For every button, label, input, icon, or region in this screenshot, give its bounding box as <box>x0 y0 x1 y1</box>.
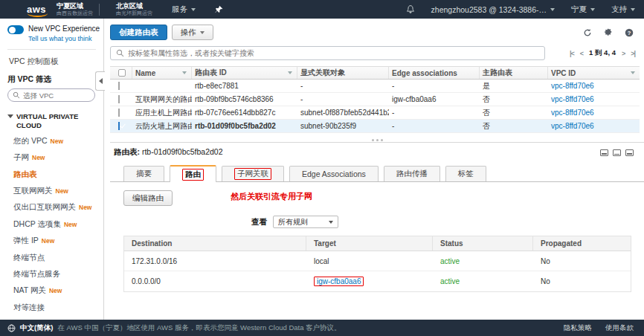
igw-target-link[interactable]: igw-cfba0aa6 <box>314 277 364 286</box>
sidebar-item-dhcp-option-sets[interactable]: DHCP 选项集New <box>7 216 103 233</box>
panel-split-divider[interactable] <box>110 142 644 143</box>
refresh-icon[interactable] <box>583 28 592 37</box>
sidebar-item-nat-gateways[interactable]: NAT 网关New <box>7 282 103 299</box>
vpc-search-input[interactable] <box>23 91 87 100</box>
new-vpc-experience-toggle[interactable] <box>7 25 24 34</box>
feedback-link[interactable]: Tell us what you think <box>28 35 103 42</box>
table-header-row: Name 路由表 ID 显式关联对象 Edge associations 主路由… <box>110 66 640 80</box>
help-icon[interactable]: ? <box>625 28 634 37</box>
region-menu[interactable]: 宁夏 <box>571 4 595 15</box>
tag-filter-input[interactable] <box>128 49 539 57</box>
section-virtual-private-cloud[interactable]: VIRTUAL PRIVATE CLOUD <box>7 112 103 130</box>
annotation-box: 路由 <box>182 169 204 181</box>
next-page-icon[interactable]: > <box>622 50 625 57</box>
select-all-checkbox[interactable] <box>118 69 126 77</box>
tab-tags[interactable]: 标签 <box>445 166 486 181</box>
col-header-route-table-id[interactable]: 路由表 ID <box>192 67 297 79</box>
sidebar-item-egress-only-gateways[interactable]: 仅出口互联网网关New <box>7 199 103 216</box>
panel-layout-split-icon[interactable] <box>613 149 621 156</box>
gear-icon[interactable] <box>604 28 613 37</box>
new-badge: New <box>32 154 45 161</box>
view-filter-row: 查看 所有规则 <box>251 216 644 228</box>
tab-edge-associations[interactable]: Edge Associations <box>289 166 379 181</box>
services-menu-label: 服务 <box>172 4 187 15</box>
pin-icon[interactable] <box>215 5 223 13</box>
actions-button-label: 操作 <box>181 28 196 38</box>
aws-logo[interactable]: aws <box>27 4 46 15</box>
vpc-link[interactable]: vpc-8ffd70e6 <box>551 95 594 103</box>
caret-down-icon <box>550 8 555 11</box>
sort-icon <box>288 71 292 74</box>
sidebar-item-route-tables[interactable]: 路由表 <box>7 167 103 183</box>
panel-layout-collapse-icon[interactable] <box>625 149 634 156</box>
create-route-table-button[interactable]: 创建路由表 <box>110 25 167 40</box>
tag-filter-search[interactable] <box>110 46 545 60</box>
services-menu[interactable]: 服务 <box>172 4 196 15</box>
first-page-icon[interactable]: |< <box>570 50 574 57</box>
drag-handle-icon[interactable] <box>372 139 383 141</box>
region-primary-title: 宁夏区域 <box>57 3 93 10</box>
filter-row: |< < 1 到 4, 4 > >| <box>110 46 644 60</box>
table-row-selected[interactable]: 云防火墙上网路由 rtb-01d09f0bc5fba2d02 subnet-90… <box>110 120 640 133</box>
toolbar: 创建路由表 操作 ? <box>110 25 644 40</box>
col-header-vpc-id[interactable]: VPC ID <box>548 67 640 79</box>
vpc-link[interactable]: vpc-8ffd70e6 <box>551 82 594 90</box>
table-row[interactable]: rtb-e8ec7881 - - 是 vpc-8ffd70e6 <box>110 80 640 93</box>
actions-button[interactable]: 操作 <box>172 25 213 40</box>
terms-of-use-link[interactable]: 使用条款 <box>605 323 634 333</box>
sidebar-item-subnets[interactable]: 子网New <box>7 149 103 166</box>
view-select-value: 所有规则 <box>278 217 308 227</box>
col-header-edge-assoc[interactable]: Edge associations <box>389 67 480 79</box>
search-icon <box>13 91 20 99</box>
col-header-name[interactable]: Name <box>132 67 192 79</box>
panel-layout-icons <box>600 149 634 156</box>
notifications-bell[interactable] <box>406 4 415 14</box>
table-row[interactable]: 应用主机上网路由 rtb-07c76ee614dbb827c subnet-0f… <box>110 106 640 120</box>
annotation-box: 子网关联 <box>234 168 271 180</box>
sidebar-item-elastic-ips[interactable]: 弹性 IPNew <box>7 233 103 249</box>
row-checkbox[interactable] <box>118 95 120 103</box>
language-selector[interactable]: 中文(简体) <box>20 323 53 333</box>
col-target: Target <box>306 236 433 251</box>
svg-text:?: ? <box>628 30 631 36</box>
footer-agreement-text: 在 AWS 中国（宁夏）地区使用 AWS 服务，即表示您同意 Western C… <box>57 323 341 333</box>
last-page-icon[interactable]: >| <box>631 50 635 57</box>
sidebar-item-internet-gateways[interactable]: 互联网网关New <box>7 183 103 199</box>
row-checkbox-checked[interactable] <box>118 122 120 130</box>
account-menu[interactable]: zhengzhou2583 @ 1324-3886-… <box>431 5 555 14</box>
vpc-link[interactable]: vpc-8ffd70e6 <box>551 109 594 117</box>
sidebar-item-peering-connections[interactable]: 对等连接 <box>7 300 103 316</box>
view-rules-select[interactable]: 所有规则 <box>273 216 338 228</box>
prev-page-icon[interactable]: < <box>580 50 583 57</box>
vpc-link[interactable]: vpc-8ffd70e6 <box>551 122 594 130</box>
col-destination: Destination <box>124 236 306 251</box>
sidebar-item-endpoint-services[interactable]: 终端节点服务 <box>7 266 103 282</box>
region-primary: 宁夏区域 由西云数据运营 <box>57 3 93 16</box>
panel-layout-bottom-icon[interactable] <box>600 149 608 156</box>
new-badge: New <box>51 138 63 145</box>
row-checkbox[interactable] <box>118 109 120 117</box>
tab-routes[interactable]: 路由 <box>170 165 216 182</box>
privacy-policy-link[interactable]: 隐私策略 <box>564 323 592 333</box>
sidebar-item-your-vpcs[interactable]: 您的 VPCNew <box>7 133 103 149</box>
sidebar-item-vpc-dashboard[interactable]: VPC 控制面板 <box>9 56 103 67</box>
tab-summary[interactable]: 摘要 <box>123 166 164 181</box>
region-secondary-subtitle: 由光环新网运营 <box>116 10 152 16</box>
sidebar-item-endpoints[interactable]: 终端节点 <box>7 249 103 265</box>
row-checkbox[interactable] <box>118 82 120 90</box>
tab-subnet-associations[interactable]: 子网关联 <box>222 166 284 181</box>
pagination-range: 1 到 4, 4 <box>589 48 616 58</box>
table-row[interactable]: 互联网网关的路由 rtb-09bf9bc5746cb8366 - igw-cfb… <box>110 93 640 106</box>
tab-route-propagation[interactable]: 路由传播 <box>384 166 440 181</box>
view-label: 查看 <box>251 217 267 227</box>
detail-title: 路由表: rtb-01d09f0bc5fba2d02 <box>114 147 223 158</box>
pagination: |< < 1 到 4, 4 > >| <box>570 48 635 58</box>
region-secondary: 北京区域 由光环新网运营 <box>116 3 152 16</box>
sidebar-collapse-button[interactable] <box>95 71 105 91</box>
col-header-main[interactable]: 主路由表 <box>480 67 548 79</box>
top-navigation-bar: aws 宁夏区域 由西云数据运营 北京区域 由光环新网运营 服务 zhengzh… <box>0 0 644 19</box>
support-menu[interactable]: 支持 <box>611 4 635 15</box>
edit-routes-button[interactable]: 编辑路由 <box>123 190 173 206</box>
col-header-explicit-assoc[interactable]: 显式关联对象 <box>297 67 389 79</box>
vpc-filter-search[interactable] <box>7 88 95 102</box>
